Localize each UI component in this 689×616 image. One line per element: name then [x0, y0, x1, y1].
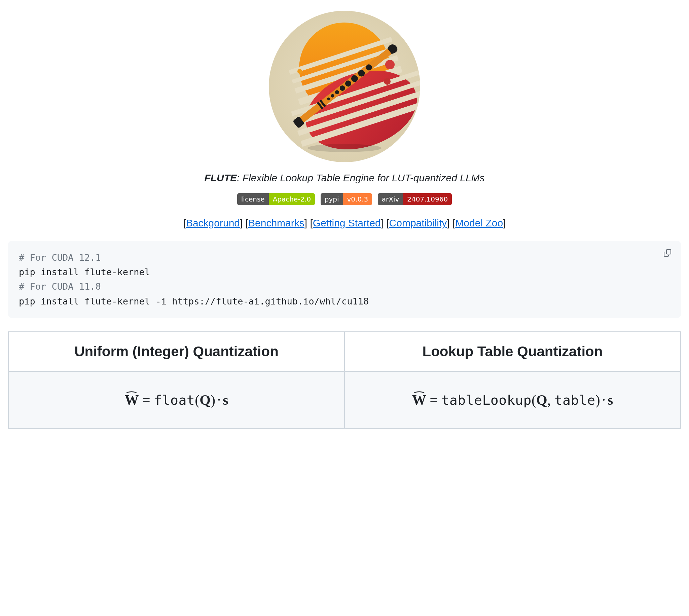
badge-arxiv[interactable]: arXiv 2407.10960: [378, 193, 452, 205]
link-getting[interactable]: Getting Started: [313, 217, 381, 228]
code-line-1: pip install flute-kernel: [19, 267, 150, 277]
link-zoo[interactable]: Model Zoo: [455, 217, 503, 228]
td-lut-formula: ⌢W = tableLookup(Q, table)·s: [344, 371, 681, 428]
logo-wrap: [8, 11, 681, 163]
badges-row: license Apache-2.0 pypi v0.0.3 arXiv 240…: [8, 193, 681, 205]
svg-point-14: [387, 94, 393, 101]
badge-arxiv-value: 2407.10960: [403, 193, 452, 205]
svg-point-13: [384, 78, 391, 85]
formula-uniform: ⌢W = float(Q)·s: [125, 392, 228, 408]
link-compat[interactable]: Compatibility: [389, 217, 447, 228]
badge-license-key: license: [237, 193, 269, 205]
formula-lut: ⌢W = tableLookup(Q, table)·s: [412, 392, 613, 408]
th-lut: Lookup Table Quantization: [344, 332, 681, 371]
copy-button[interactable]: [661, 246, 674, 260]
badge-license[interactable]: license Apache-2.0: [237, 193, 315, 205]
flute-logo: [269, 11, 420, 162]
quantization-table: Uniform (Integer) Quantization Lookup Ta…: [8, 331, 681, 429]
code-comment-2: # For CUDA 11.8: [19, 281, 101, 292]
svg-point-28: [308, 144, 381, 152]
nav-links: [Backgorund] [Benchmarks] [Getting Start…: [8, 217, 681, 229]
badge-license-value: Apache-2.0: [269, 193, 315, 205]
td-uniform-formula: ⌢W = float(Q)·s: [8, 371, 344, 428]
badge-pypi-key: pypi: [320, 193, 343, 205]
readme-root: FLUTE: Flexible Lookup Table Engine for …: [8, 11, 681, 429]
svg-point-15: [297, 69, 302, 74]
code-comment-1: # For CUDA 12.1: [19, 252, 101, 263]
badge-arxiv-key: arXiv: [378, 193, 403, 205]
code-line-2: pip install flute-kernel -i https://flut…: [19, 296, 369, 307]
tagline-name: FLUTE: [204, 172, 237, 183]
svg-point-12: [385, 60, 395, 69]
link-background[interactable]: Backgorund: [186, 217, 240, 228]
flute-logo-svg: [269, 11, 420, 162]
tagline: FLUTE: Flexible Lookup Table Engine for …: [8, 172, 681, 184]
link-benchmarks[interactable]: Benchmarks: [248, 217, 305, 228]
tagline-desc: : Flexible Lookup Table Engine for LUT-q…: [237, 172, 485, 183]
th-uniform: Uniform (Integer) Quantization: [8, 332, 344, 371]
badge-pypi[interactable]: pypi v0.0.3: [320, 193, 373, 205]
copy-icon: [664, 249, 671, 257]
badge-pypi-value: v0.0.3: [343, 193, 373, 205]
install-codeblock: # For CUDA 12.1 pip install flute-kernel…: [8, 241, 681, 318]
